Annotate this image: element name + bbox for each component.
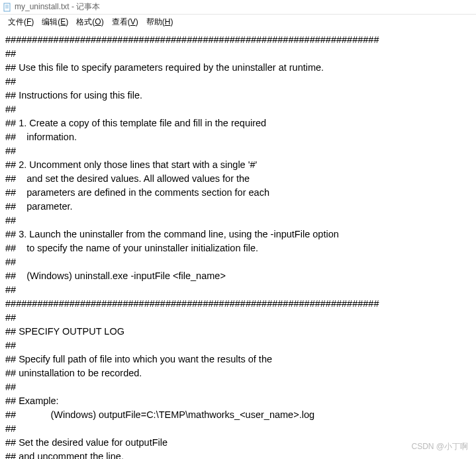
text-line: ## xyxy=(5,215,16,226)
window-title-bar: my_uninstall.txt - 记事本 xyxy=(0,0,476,15)
notepad-icon xyxy=(3,3,12,12)
text-line: ## 3. Launch the uninstaller from the co… xyxy=(5,229,339,239)
menu-view[interactable]: 查看(V) xyxy=(108,15,142,29)
text-line: ## and set the desired values. All allow… xyxy=(5,173,250,184)
menu-help[interactable]: 帮助(H) xyxy=(142,15,177,29)
text-line: ## 2. Uncomment only those lines that st… xyxy=(5,159,257,170)
text-line: ## xyxy=(5,312,16,323)
text-line: ## xyxy=(5,382,16,392)
text-line: ## and uncomment the line. xyxy=(5,451,124,459)
text-line: ## Instructions for using this file. xyxy=(5,90,142,101)
text-line: ## (Windows) outputFile=C:\TEMP\mathwork… xyxy=(5,409,314,420)
text-line: ########################################… xyxy=(5,34,379,45)
window-title: my_uninstall.txt - 记事本 xyxy=(15,1,100,13)
text-line: ## Set the desired value for outputFile xyxy=(5,437,167,448)
text-line: ## uninstallation to be recorded. xyxy=(5,368,142,378)
menu-edit[interactable]: 编辑(E) xyxy=(38,15,72,29)
text-line: ## Example: xyxy=(5,396,59,406)
text-line: ## parameters are defined in the comment… xyxy=(5,187,269,198)
text-line: ## (Windows) uninstall.exe -inputFile <f… xyxy=(5,271,226,281)
text-line: ## xyxy=(5,284,16,295)
text-line: ## xyxy=(5,340,16,351)
text-line: ########################################… xyxy=(5,298,379,309)
text-line: ## xyxy=(5,76,16,87)
menu-file[interactable]: 文件(F) xyxy=(4,15,38,29)
menu-format[interactable]: 格式(O) xyxy=(72,15,107,29)
svg-rect-0 xyxy=(4,3,10,11)
text-line: ## xyxy=(5,104,16,114)
text-editor-content[interactable]: ########################################… xyxy=(0,29,476,459)
text-line: ## xyxy=(5,146,16,156)
menu-bar: 文件(F) 编辑(E) 格式(O) 查看(V) 帮助(H) xyxy=(0,15,476,29)
text-line: ## information. xyxy=(5,132,77,142)
text-line: ## xyxy=(5,423,16,434)
text-line: ## xyxy=(5,257,16,267)
text-line: ## Specify full path of file into which … xyxy=(5,354,272,364)
text-line: ## to specify the name of your uninstall… xyxy=(5,243,258,253)
text-line: ## parameter. xyxy=(5,201,73,212)
watermark: CSDN @小丁啊 xyxy=(411,441,468,452)
text-line: ## 1. Create a copy of this template fil… xyxy=(5,118,266,128)
text-line: ## Use this file to specify parameters r… xyxy=(5,62,324,73)
text-line: ## xyxy=(5,48,16,59)
text-line: ## SPECIFY OUTPUT LOG xyxy=(5,326,124,337)
